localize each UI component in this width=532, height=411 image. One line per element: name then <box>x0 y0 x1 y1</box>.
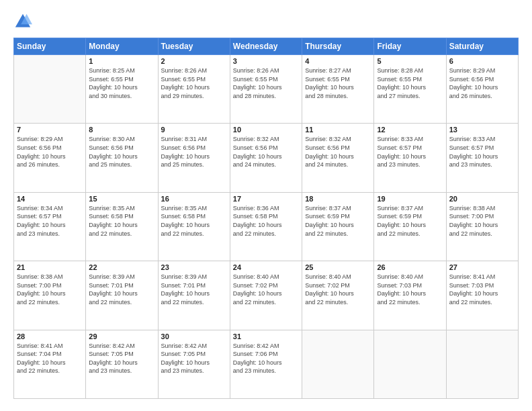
calendar-cell: 31Sunrise: 8:42 AM Sunset: 7:06 PM Dayli… <box>230 330 302 398</box>
calendar-cell <box>446 330 518 398</box>
calendar-cell: 14Sunrise: 8:34 AM Sunset: 6:57 PM Dayli… <box>14 192 86 261</box>
day-info: Sunrise: 8:37 AM Sunset: 6:59 PM Dayligh… <box>377 204 443 238</box>
day-number: 30 <box>161 332 227 340</box>
day-number: 15 <box>89 195 154 203</box>
weekday-header: Saturday <box>446 38 518 55</box>
calendar-week-row: 14Sunrise: 8:34 AM Sunset: 6:57 PM Dayli… <box>14 192 519 261</box>
calendar-cell: 5Sunrise: 8:28 AM Sunset: 6:55 PM Daylig… <box>374 55 446 124</box>
day-number: 2 <box>161 57 227 65</box>
day-number: 3 <box>233 57 299 65</box>
day-number: 26 <box>377 263 443 271</box>
day-number: 22 <box>89 263 154 271</box>
day-info: Sunrise: 8:31 AM Sunset: 6:56 PM Dayligh… <box>161 135 227 169</box>
day-info: Sunrise: 8:42 AM Sunset: 7:06 PM Dayligh… <box>233 342 299 375</box>
day-number: 24 <box>233 263 299 271</box>
calendar-cell: 22Sunrise: 8:39 AM Sunset: 7:01 PM Dayli… <box>86 261 158 330</box>
day-info: Sunrise: 8:36 AM Sunset: 6:58 PM Dayligh… <box>233 204 299 238</box>
day-info: Sunrise: 8:38 AM Sunset: 7:00 PM Dayligh… <box>17 273 83 306</box>
calendar-cell: 11Sunrise: 8:32 AM Sunset: 6:56 PM Dayli… <box>302 124 374 192</box>
day-info: Sunrise: 8:38 AM Sunset: 7:00 PM Dayligh… <box>449 204 515 238</box>
calendar-cell: 20Sunrise: 8:38 AM Sunset: 7:00 PM Dayli… <box>446 192 518 261</box>
day-number: 29 <box>89 332 154 340</box>
day-info: Sunrise: 8:41 AM Sunset: 7:04 PM Dayligh… <box>17 342 83 375</box>
day-info: Sunrise: 8:34 AM Sunset: 6:57 PM Dayligh… <box>17 204 83 238</box>
day-info: Sunrise: 8:25 AM Sunset: 6:55 PM Dayligh… <box>89 66 154 100</box>
calendar-week-row: 21Sunrise: 8:38 AM Sunset: 7:00 PM Dayli… <box>14 261 519 330</box>
weekday-header: Friday <box>374 38 446 55</box>
day-number: 9 <box>161 126 227 134</box>
calendar-cell: 17Sunrise: 8:36 AM Sunset: 6:58 PM Dayli… <box>230 192 302 261</box>
day-info: Sunrise: 8:28 AM Sunset: 6:55 PM Dayligh… <box>377 66 443 100</box>
day-info: Sunrise: 8:42 AM Sunset: 7:05 PM Dayligh… <box>161 342 227 375</box>
calendar-cell: 29Sunrise: 8:42 AM Sunset: 7:05 PM Dayli… <box>86 330 158 398</box>
day-info: Sunrise: 8:40 AM Sunset: 7:03 PM Dayligh… <box>377 273 443 306</box>
day-number: 28 <box>17 332 83 340</box>
header <box>13 12 519 31</box>
day-info: Sunrise: 8:35 AM Sunset: 6:58 PM Dayligh… <box>89 204 154 238</box>
day-info: Sunrise: 8:42 AM Sunset: 7:05 PM Dayligh… <box>89 342 154 375</box>
day-info: Sunrise: 8:29 AM Sunset: 6:56 PM Dayligh… <box>17 135 83 169</box>
calendar-cell: 2Sunrise: 8:26 AM Sunset: 6:55 PM Daylig… <box>158 55 230 124</box>
calendar-table: SundayMondayTuesdayWednesdayThursdayFrid… <box>13 38 519 399</box>
day-number: 4 <box>305 57 371 65</box>
logo-icon <box>13 12 32 31</box>
day-info: Sunrise: 8:32 AM Sunset: 6:56 PM Dayligh… <box>305 135 371 169</box>
day-number: 8 <box>89 126 154 134</box>
day-number: 12 <box>377 126 443 134</box>
day-number: 5 <box>377 57 443 65</box>
calendar-cell: 25Sunrise: 8:40 AM Sunset: 7:02 PM Dayli… <box>302 261 374 330</box>
day-number: 21 <box>17 263 83 271</box>
weekday-header: Thursday <box>302 38 374 55</box>
day-number: 16 <box>161 195 227 203</box>
weekday-header: Monday <box>86 38 158 55</box>
day-number: 6 <box>449 57 515 65</box>
day-info: Sunrise: 8:39 AM Sunset: 7:01 PM Dayligh… <box>89 273 154 306</box>
logo <box>13 12 35 31</box>
day-number: 19 <box>377 195 443 203</box>
calendar-cell: 9Sunrise: 8:31 AM Sunset: 6:56 PM Daylig… <box>158 124 230 192</box>
day-number: 20 <box>449 195 515 203</box>
calendar-cell <box>14 55 86 124</box>
day-number: 7 <box>17 126 83 134</box>
day-info: Sunrise: 8:27 AM Sunset: 6:55 PM Dayligh… <box>305 66 371 100</box>
calendar-cell: 21Sunrise: 8:38 AM Sunset: 7:00 PM Dayli… <box>14 261 86 330</box>
calendar-cell: 8Sunrise: 8:30 AM Sunset: 6:56 PM Daylig… <box>86 124 158 192</box>
calendar-cell: 19Sunrise: 8:37 AM Sunset: 6:59 PM Dayli… <box>374 192 446 261</box>
day-number: 14 <box>17 195 83 203</box>
day-info: Sunrise: 8:39 AM Sunset: 7:01 PM Dayligh… <box>161 273 227 306</box>
weekday-header: Tuesday <box>158 38 230 55</box>
calendar-cell: 30Sunrise: 8:42 AM Sunset: 7:05 PM Dayli… <box>158 330 230 398</box>
day-number: 23 <box>161 263 227 271</box>
calendar-cell: 16Sunrise: 8:35 AM Sunset: 6:58 PM Dayli… <box>158 192 230 261</box>
calendar-cell: 4Sunrise: 8:27 AM Sunset: 6:55 PM Daylig… <box>302 55 374 124</box>
calendar-cell: 13Sunrise: 8:33 AM Sunset: 6:57 PM Dayli… <box>446 124 518 192</box>
weekday-header: Wednesday <box>230 38 302 55</box>
calendar-week-row: 7Sunrise: 8:29 AM Sunset: 6:56 PM Daylig… <box>14 124 519 192</box>
calendar-cell: 27Sunrise: 8:41 AM Sunset: 7:03 PM Dayli… <box>446 261 518 330</box>
day-info: Sunrise: 8:40 AM Sunset: 7:02 PM Dayligh… <box>305 273 371 306</box>
day-info: Sunrise: 8:33 AM Sunset: 6:57 PM Dayligh… <box>377 135 443 169</box>
calendar-cell: 23Sunrise: 8:39 AM Sunset: 7:01 PM Dayli… <box>158 261 230 330</box>
day-number: 25 <box>305 263 371 271</box>
day-info: Sunrise: 8:33 AM Sunset: 6:57 PM Dayligh… <box>449 135 515 169</box>
calendar-cell: 10Sunrise: 8:32 AM Sunset: 6:56 PM Dayli… <box>230 124 302 192</box>
day-info: Sunrise: 8:26 AM Sunset: 6:55 PM Dayligh… <box>161 66 227 100</box>
calendar-cell: 18Sunrise: 8:37 AM Sunset: 6:59 PM Dayli… <box>302 192 374 261</box>
calendar-cell: 26Sunrise: 8:40 AM Sunset: 7:03 PM Dayli… <box>374 261 446 330</box>
calendar-cell: 3Sunrise: 8:26 AM Sunset: 6:55 PM Daylig… <box>230 55 302 124</box>
day-number: 10 <box>233 126 299 134</box>
day-number: 27 <box>449 263 515 271</box>
day-info: Sunrise: 8:32 AM Sunset: 6:56 PM Dayligh… <box>233 135 299 169</box>
day-number: 17 <box>233 195 299 203</box>
day-number: 31 <box>233 332 299 340</box>
day-number: 13 <box>449 126 515 134</box>
calendar-cell: 28Sunrise: 8:41 AM Sunset: 7:04 PM Dayli… <box>14 330 86 398</box>
day-info: Sunrise: 8:37 AM Sunset: 6:59 PM Dayligh… <box>305 204 371 238</box>
calendar-cell: 1Sunrise: 8:25 AM Sunset: 6:55 PM Daylig… <box>86 55 158 124</box>
weekday-header-row: SundayMondayTuesdayWednesdayThursdayFrid… <box>14 38 519 55</box>
day-info: Sunrise: 8:35 AM Sunset: 6:58 PM Dayligh… <box>161 204 227 238</box>
calendar-cell: 12Sunrise: 8:33 AM Sunset: 6:57 PM Dayli… <box>374 124 446 192</box>
day-number: 11 <box>305 126 371 134</box>
calendar-week-row: 1Sunrise: 8:25 AM Sunset: 6:55 PM Daylig… <box>14 55 519 124</box>
calendar-week-row: 28Sunrise: 8:41 AM Sunset: 7:04 PM Dayli… <box>14 330 519 398</box>
